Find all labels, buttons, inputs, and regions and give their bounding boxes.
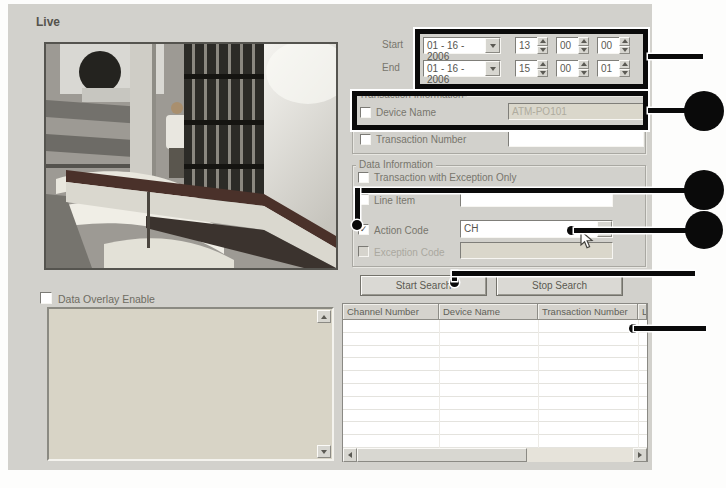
- column-divider: [538, 320, 539, 448]
- results-table-header: Channel Number Device Name Transaction N…: [343, 304, 647, 320]
- callout-line-results-table: [634, 326, 706, 331]
- scroll-down-icon[interactable]: [317, 445, 331, 458]
- callout-bullet-transaction-info: [684, 91, 724, 131]
- action-code-label: Action Code: [374, 225, 428, 236]
- scroll-right-icon[interactable]: [633, 448, 647, 462]
- table-row[interactable]: [343, 435, 647, 448]
- callout-line-datetime: [648, 54, 703, 59]
- table-row[interactable]: [343, 346, 647, 359]
- column-header-device-name[interactable]: Device Name: [439, 304, 538, 320]
- table-row[interactable]: [343, 397, 647, 410]
- screenshot-root: Live: [0, 0, 726, 488]
- callout-line-transaction-info: [648, 108, 686, 113]
- surveillance-scene-image: [46, 44, 336, 268]
- table-row[interactable]: [343, 384, 647, 397]
- live-video-preview: [44, 42, 338, 270]
- callout-line-action-code-h: [355, 188, 686, 193]
- exception-code-label: Exception Code: [374, 247, 445, 258]
- callout-bullet-action-code: [684, 170, 724, 210]
- data-overlay-enable-label: Data Overlay Enable: [58, 293, 155, 305]
- column-header-clipped[interactable]: L: [638, 304, 647, 320]
- hscrollbar-track[interactable]: [527, 448, 633, 462]
- data-overlay-textarea[interactable]: [47, 307, 334, 461]
- table-row[interactable]: [343, 410, 647, 423]
- callout-line-action-code-v: [355, 188, 360, 223]
- column-divider: [638, 320, 639, 448]
- table-row[interactable]: [343, 422, 647, 435]
- overlay-vscrollbar[interactable]: [317, 310, 331, 458]
- transaction-number-checkbox[interactable]: [360, 134, 371, 145]
- callout-rect-transaction-info: [352, 91, 648, 130]
- page-title: Live: [36, 15, 60, 29]
- callout-line-dropdown: [574, 228, 686, 233]
- column-header-transaction-number[interactable]: Transaction Number: [538, 304, 638, 320]
- exception-only-label: Transaction with Exception Only: [374, 172, 516, 183]
- scroll-up-icon[interactable]: [317, 310, 331, 323]
- scroll-left-icon[interactable]: [343, 448, 357, 462]
- callout-dot-action-code: [352, 220, 362, 230]
- callout-bullet-dropdown: [685, 211, 723, 249]
- table-row[interactable]: [343, 333, 647, 346]
- results-table-hscrollbar[interactable]: [343, 448, 647, 462]
- results-table-body: [343, 320, 647, 448]
- column-header-channel-number[interactable]: Channel Number: [343, 304, 439, 320]
- transaction-number-field[interactable]: [508, 130, 644, 147]
- table-row[interactable]: [343, 358, 647, 371]
- hscrollbar-thumb[interactable]: [357, 448, 527, 462]
- mouse-cursor-icon: [580, 230, 594, 250]
- exception-code-checkbox[interactable]: [358, 246, 369, 257]
- callout-line-start-search-h: [452, 271, 695, 276]
- data-info-group-label: Data Information: [356, 159, 436, 170]
- column-divider: [439, 320, 440, 448]
- data-overlay-enable-checkbox[interactable]: [40, 292, 52, 304]
- exception-only-checkbox[interactable]: [358, 172, 369, 183]
- transaction-number-label: Transaction Number: [376, 134, 466, 145]
- table-row[interactable]: [343, 320, 647, 333]
- start-label: Start: [382, 39, 403, 50]
- stop-search-button[interactable]: Stop Search: [496, 275, 623, 296]
- line-item-label: Line Item: [374, 195, 415, 206]
- results-table: Channel Number Device Name Transaction N…: [342, 303, 648, 462]
- table-row[interactable]: [343, 371, 647, 384]
- callout-rect-datetime: [415, 29, 648, 89]
- start-search-button[interactable]: Start Search: [360, 275, 487, 296]
- end-label: End: [382, 62, 400, 73]
